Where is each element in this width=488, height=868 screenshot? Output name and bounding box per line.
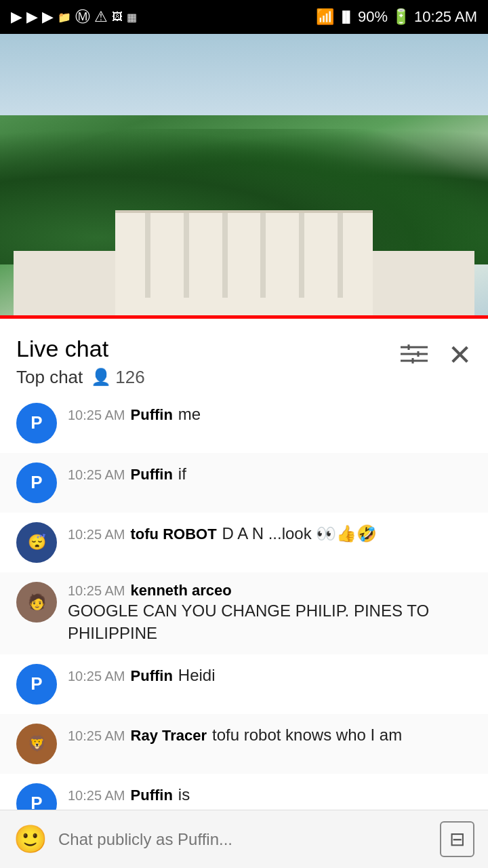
avatar: 🧑 [16, 582, 57, 623]
chat-message: P 10:25 AM Puffin me [0, 393, 488, 453]
message-inline: 10:25 AM tofu ROBOT D A N ...look 👀👍🤣 [68, 522, 472, 545]
building-wing-left [14, 251, 122, 319]
message-time: 10:25 AM [68, 583, 125, 599]
message-content: 10:25 AM kenneth arceo GOOGLE CAN YOU CH… [68, 582, 472, 645]
live-chat-section: Live chat Top chat 👤 126 [0, 319, 488, 868]
signal-icon: ▐▌ [338, 11, 354, 23]
video-progress-bar[interactable] [0, 315, 488, 319]
message-time: 10:25 AM [68, 527, 125, 542]
app-icon-8: ▦ [127, 11, 137, 24]
status-bar: ▶ ▶ ▶ 📁 Ⓜ ⚠ 🖼 ▦ 📶 ▐▌ 90% 🔋 10:25 AM [0, 0, 488, 34]
chat-message: 😴 10:25 AM tofu ROBOT D A N ...look 👀👍🤣 [0, 513, 488, 572]
live-chat-header: Live chat Top chat 👤 126 [0, 319, 488, 393]
chat-message: 🦁 10:25 AM Ray Tracer tofu robot knows w… [0, 714, 488, 774]
message-inline: 10:25 AM Puffin Heidi [68, 664, 472, 687]
message-text: Heidi [178, 664, 216, 687]
app-icon-6: ⚠ [94, 8, 108, 26]
status-bar-left: ▶ ▶ ▶ 📁 Ⓜ ⚠ 🖼 ▦ [11, 7, 137, 27]
message-time: 10:25 AM [68, 728, 125, 744]
send-button[interactable]: ⊟ [440, 821, 474, 857]
chat-input[interactable] [58, 830, 429, 849]
message-text: if [178, 462, 186, 486]
message-content: 10:25 AM Ray Tracer tofu robot knows who… [68, 724, 472, 747]
message-author: Ray Tracer [131, 727, 207, 745]
filter-button[interactable] [396, 339, 432, 371]
chat-message: 🧑 10:25 AM kenneth arceo GOOGLE CAN YOU … [0, 572, 488, 654]
message-inline: 10:25 AM kenneth arceo [68, 582, 472, 599]
chat-message: P 10:25 AM Puffin Heidi [0, 654, 488, 714]
message-inline: 10:25 AM Puffin is [68, 783, 472, 806]
app-icon-2: ▶ [26, 8, 38, 26]
top-chat-row: Top chat 👤 126 [16, 367, 145, 388]
live-chat-title: Live chat [16, 335, 145, 363]
app-icon-3: ▶ [42, 8, 54, 26]
avatar: P [16, 664, 57, 705]
app-icon-4: 📁 [58, 11, 71, 24]
message-inline: 10:25 AM Puffin if [68, 462, 472, 486]
app-icon-7: 🖼 [112, 11, 123, 23]
message-time: 10:25 AM [68, 788, 125, 804]
message-author: Puffin [131, 667, 173, 685]
live-chat-title-area: Live chat Top chat 👤 126 [16, 335, 145, 388]
message-content: 10:25 AM Puffin if [68, 462, 472, 486]
avatar: 😴 [16, 522, 57, 563]
video-sky [0, 34, 488, 115]
message-content: 10:25 AM Puffin is [68, 783, 472, 806]
close-button[interactable]: ✕ [448, 341, 472, 370]
message-content: 10:25 AM Puffin Heidi [68, 664, 472, 687]
message-time: 10:25 AM [68, 408, 125, 423]
avatar: P [16, 403, 57, 443]
send-icon: ⊟ [449, 829, 465, 850]
message-author: Puffin [131, 406, 173, 424]
top-chat-label: Top chat [16, 367, 83, 388]
message-text: GOOGLE CAN YOU CHANGE PHILIP. PINES TO P… [68, 599, 472, 645]
chat-input-area: 🙂 ⊟ [0, 810, 488, 868]
status-bar-right: 📶 ▐▌ 90% 🔋 10:25 AM [316, 8, 477, 26]
app-icon-1: ▶ [11, 8, 22, 26]
message-text: tofu robot knows who I am [212, 724, 402, 747]
building-wing-right [366, 251, 474, 319]
message-author: Puffin [131, 787, 173, 804]
message-author: kenneth arceo [131, 582, 232, 599]
message-text: is [178, 783, 190, 806]
message-author: tofu ROBOT [131, 526, 217, 543]
message-content: 10:25 AM tofu ROBOT D A N ...look 👀👍🤣 [68, 522, 472, 545]
viewer-count: 👤 126 [91, 367, 144, 388]
message-time: 10:25 AM [68, 669, 125, 684]
building-main [115, 210, 373, 319]
chat-message: P 10:25 AM Puffin if [0, 453, 488, 513]
message-time: 10:25 AM [68, 467, 125, 483]
time-display: 10:25 AM [414, 8, 477, 26]
battery-icon: 🔋 [392, 8, 410, 26]
avatar: P [16, 462, 57, 503]
chat-messages-list: P 10:25 AM Puffin me P 10:25 AM Puffin i… [0, 393, 488, 868]
emoji-button[interactable]: 🙂 [14, 823, 47, 855]
message-inline: 10:25 AM Ray Tracer tofu robot knows who… [68, 724, 472, 747]
message-text: D A N ...look 👀👍🤣 [222, 522, 378, 545]
wifi-icon: 📶 [316, 8, 334, 26]
viewer-number: 126 [115, 367, 144, 388]
video-player[interactable] [0, 34, 488, 319]
battery-text: 90% [358, 8, 388, 26]
message-content: 10:25 AM Puffin me [68, 403, 472, 426]
avatar: 🦁 [16, 724, 57, 764]
message-author: Puffin [131, 466, 173, 484]
message-text: me [178, 403, 201, 426]
message-inline: 10:25 AM Puffin me [68, 403, 472, 426]
app-icon-5: Ⓜ [75, 7, 90, 27]
live-chat-controls: ✕ [396, 339, 472, 371]
people-icon: 👤 [91, 368, 111, 387]
